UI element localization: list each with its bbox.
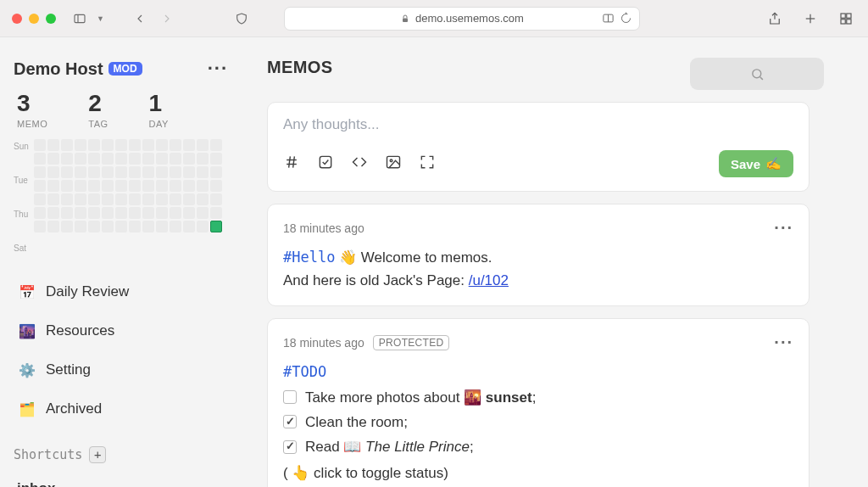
calendar-cell[interactable] — [47, 180, 59, 192]
calendar-cell[interactable] — [115, 153, 127, 165]
calendar-cell[interactable] — [170, 153, 181, 165]
calendar-cell[interactable] — [115, 207, 127, 219]
nav-daily-review[interactable]: 📅 Daily Review — [14, 277, 228, 307]
calendar-cell[interactable] — [156, 153, 168, 165]
calendar-cell[interactable] — [75, 153, 86, 165]
calendar-cell[interactable] — [197, 193, 209, 205]
calendar-cell[interactable] — [142, 193, 154, 205]
workspace-title[interactable]: Demo Host MOD — [14, 59, 142, 79]
calendar-cell[interactable] — [170, 139, 181, 151]
memo-menu-icon[interactable]: ··· — [774, 333, 793, 352]
checkbox-tool-icon[interactable] — [317, 154, 334, 174]
calendar-cell[interactable] — [129, 193, 141, 205]
calendar-cell[interactable] — [102, 153, 114, 165]
calendar-cell[interactable] — [129, 221, 141, 232]
calendar-cell[interactable] — [34, 180, 46, 192]
calendar-cell[interactable] — [88, 221, 100, 232]
sidebar-menu-icon[interactable]: ··· — [208, 58, 228, 80]
calendar-cell[interactable] — [61, 221, 73, 232]
calendar-cell[interactable] — [142, 180, 154, 192]
calendar-cell[interactable] — [156, 221, 168, 232]
calendar-cell[interactable] — [197, 166, 209, 178]
calendar-cell[interactable] — [142, 207, 154, 219]
calendar-cell[interactable] — [47, 139, 59, 151]
calendar-cell[interactable] — [102, 166, 114, 178]
checkbox-icon[interactable] — [283, 390, 297, 404]
calendar-cell[interactable] — [47, 207, 59, 219]
calendar-cell[interactable] — [34, 166, 46, 178]
share-icon[interactable] — [765, 8, 785, 29]
calendar-cell[interactable] — [88, 139, 100, 151]
calendar-cell[interactable] — [142, 166, 154, 178]
calendar-cell[interactable] — [142, 153, 154, 165]
todo-item[interactable]: Read 📖 The Little Prince; — [283, 435, 793, 458]
checkbox-checked-icon[interactable] — [283, 440, 297, 454]
checkbox-checked-icon[interactable] — [283, 415, 297, 428]
reader-icon[interactable] — [602, 12, 615, 25]
calendar-cell[interactable] — [183, 166, 195, 178]
calendar-cell[interactable] — [47, 193, 59, 205]
calendar-cell[interactable] — [129, 153, 141, 165]
hash-tag[interactable]: #Hello — [283, 249, 335, 266]
maximize-window-icon[interactable] — [46, 14, 56, 24]
close-window-icon[interactable] — [12, 14, 22, 24]
calendar-cell[interactable] — [75, 193, 86, 205]
calendar-cell[interactable] — [75, 166, 86, 178]
calendar-cell[interactable] — [183, 207, 195, 219]
sidebar-toggle-icon[interactable] — [70, 8, 90, 29]
calendar-cell[interactable] — [210, 193, 222, 205]
calendar-cell[interactable] — [47, 166, 59, 178]
calendar-cell[interactable] — [183, 153, 195, 165]
calendar-cell[interactable] — [75, 180, 86, 192]
calendar-cell[interactable] — [210, 221, 222, 232]
calendar-cell[interactable] — [61, 166, 73, 178]
calendar-cell[interactable] — [115, 193, 127, 205]
calendar-cell[interactable] — [210, 166, 222, 178]
calendar-cell[interactable] — [197, 221, 209, 232]
save-button[interactable]: Save ✍️ — [719, 150, 793, 177]
calendar-cell[interactable] — [61, 139, 73, 151]
memo-editor-input[interactable] — [283, 116, 793, 133]
calendar-cell[interactable] — [61, 193, 73, 205]
calendar-cell[interactable] — [88, 207, 100, 219]
calendar-cell[interactable] — [129, 207, 141, 219]
calendar-cell[interactable] — [61, 207, 73, 219]
calendar-cell[interactable] — [129, 139, 141, 151]
calendar-cell[interactable] — [170, 207, 181, 219]
calendar-cell[interactable] — [102, 180, 114, 192]
add-shortcut-button[interactable]: + — [89, 446, 106, 463]
calendar-cell[interactable] — [88, 153, 100, 165]
calendar-cell[interactable] — [61, 153, 73, 165]
back-button[interactable] — [130, 8, 150, 29]
calendar-cell[interactable] — [156, 193, 168, 205]
shield-icon[interactable] — [231, 8, 252, 29]
calendar-cell[interactable] — [34, 221, 46, 232]
calendar-cell[interactable] — [102, 207, 114, 219]
calendar-cell[interactable] — [170, 221, 181, 232]
image-tool-icon[interactable] — [385, 154, 402, 174]
nav-archived[interactable]: 🗂️ Archived — [14, 394, 228, 424]
minimize-window-icon[interactable] — [29, 14, 39, 24]
calendar-cell[interactable] — [102, 221, 114, 232]
new-tab-icon[interactable] — [800, 8, 821, 29]
calendar-cell[interactable] — [210, 207, 222, 219]
calendar-cell[interactable] — [197, 207, 209, 219]
calendar-cell[interactable] — [115, 166, 127, 178]
calendar-cell[interactable] — [156, 166, 168, 178]
memo-link[interactable]: /u/102 — [469, 272, 509, 288]
calendar-cell[interactable] — [34, 139, 46, 151]
nav-resources[interactable]: 🌆 Resources — [14, 316, 228, 346]
code-tool-icon[interactable] — [351, 154, 368, 174]
calendar-cell[interactable] — [210, 180, 222, 192]
calendar-cell[interactable] — [170, 166, 181, 178]
calendar-cell[interactable] — [115, 180, 127, 192]
nav-setting[interactable]: ⚙️ Setting — [14, 355, 228, 385]
calendar-cell[interactable] — [61, 180, 73, 192]
calendar-cell[interactable] — [156, 139, 168, 151]
calendar-cell[interactable] — [75, 139, 86, 151]
calendar-cell[interactable] — [156, 207, 168, 219]
calendar-cell[interactable] — [115, 139, 127, 151]
calendar-cell[interactable] — [129, 180, 141, 192]
todo-item[interactable]: Take more photos about 🌇 sunset; — [283, 386, 793, 409]
reload-icon[interactable] — [620, 12, 632, 25]
